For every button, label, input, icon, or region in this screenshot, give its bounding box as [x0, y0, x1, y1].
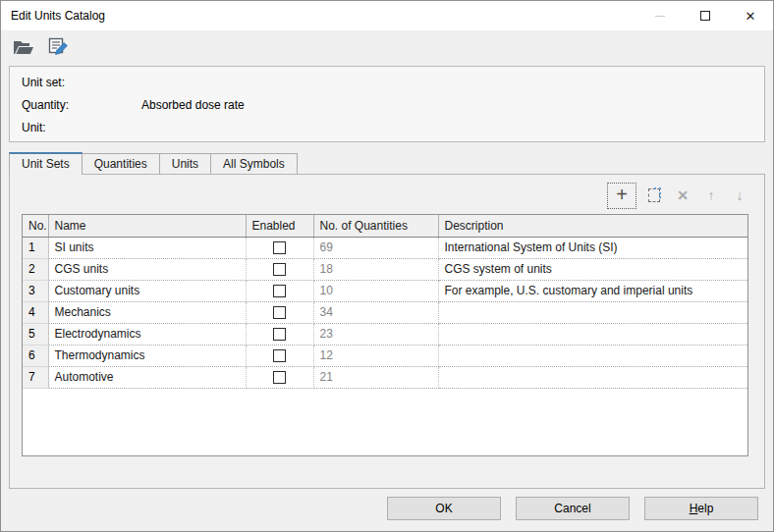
description-cell[interactable]: [438, 366, 747, 388]
tab-quantities[interactable]: Quantities: [82, 153, 160, 174]
unit-set-name-cell[interactable]: CGS units: [48, 258, 246, 280]
col-header-name: Name: [48, 215, 246, 237]
unit-set-label: Unit set:: [22, 76, 141, 89]
enabled-cell: [246, 345, 313, 366]
table-row[interactable]: 2CGS units18CGS system of units: [23, 258, 747, 280]
dialog-footer: OK Cancel Help: [387, 497, 758, 520]
enabled-cell: [246, 237, 313, 258]
row-number-cell[interactable]: 4: [23, 301, 48, 323]
quantities-count-cell[interactable]: 10: [313, 280, 438, 301]
description-cell[interactable]: [438, 345, 747, 366]
table-row[interactable]: 4Mechanics34: [23, 301, 747, 323]
description-cell[interactable]: International System of Units (SI): [438, 237, 747, 258]
edit-units-catalog-dialog: Edit Units Catalog ✕: [0, 0, 774, 532]
tab-units[interactable]: Units: [159, 153, 211, 174]
unit-set-name-cell[interactable]: Customary units: [48, 280, 246, 301]
info-row-quantity: Quantity: Absorbed dose rate: [22, 93, 752, 116]
col-header-enabled: Enabled: [246, 215, 313, 237]
ok-button[interactable]: OK: [387, 497, 501, 520]
selection-info-panel: Unit set: Quantity: Absorbed dose rate U…: [9, 66, 765, 142]
open-folder-icon: [13, 38, 34, 56]
description-cell[interactable]: [438, 323, 747, 345]
add-unit-set-button[interactable]: +: [607, 183, 636, 209]
quantities-count-cell[interactable]: 21: [313, 366, 438, 388]
enabled-cell: [246, 301, 313, 323]
enabled-checkbox[interactable]: [273, 349, 286, 362]
open-catalog-button[interactable]: [13, 36, 34, 56]
move-down-button[interactable]: ↓: [729, 184, 750, 207]
table-row[interactable]: 5Electrodynamics23: [23, 323, 747, 345]
info-row-unit: Unit:: [22, 116, 752, 138]
titlebar: Edit Units Catalog ✕: [1, 1, 773, 30]
enabled-cell: [246, 258, 313, 280]
delete-icon: ✕: [677, 188, 689, 202]
unit-set-name-cell[interactable]: SI units: [48, 237, 246, 258]
unit-sets-table-body: 1SI units69International System of Units…: [23, 237, 747, 388]
duplicate-unit-set-button[interactable]: [643, 184, 665, 207]
maximize-icon: [700, 11, 710, 21]
main-toolbar: [13, 36, 70, 56]
delete-unit-set-button[interactable]: ✕: [672, 184, 693, 207]
tab-all-symbols[interactable]: All Symbols: [210, 153, 298, 174]
enabled-checkbox[interactable]: [273, 328, 286, 341]
description-cell[interactable]: CGS system of units: [438, 258, 747, 280]
row-number-cell[interactable]: 7: [23, 366, 48, 388]
window-title: Edit Units Catalog: [1, 9, 105, 23]
enabled-checkbox[interactable]: [273, 371, 286, 384]
description-cell[interactable]: For example, U.S. customary and imperial…: [438, 280, 747, 301]
enabled-checkbox[interactable]: [273, 285, 286, 297]
tab-unit-sets[interactable]: Unit Sets: [9, 152, 83, 175]
enabled-cell: [246, 323, 313, 345]
enabled-checkbox[interactable]: [273, 241, 286, 254]
table-row[interactable]: 7Automotive21: [23, 366, 747, 388]
unit-set-name-cell[interactable]: Automotive: [48, 366, 246, 388]
unit-label: Unit:: [22, 121, 141, 134]
unit-set-name-cell[interactable]: Thermodynamics: [48, 345, 246, 366]
cancel-button-label: Cancel: [554, 502, 590, 515]
unit-set-name-cell[interactable]: Electrodynamics: [48, 323, 246, 345]
duplicate-icon: [648, 188, 660, 202]
description-cell[interactable]: [438, 301, 747, 323]
unit-sets-table: No. Name Enabled No. of Quantities Descr…: [22, 214, 748, 456]
move-down-icon: ↓: [737, 188, 744, 202]
cancel-button[interactable]: Cancel: [516, 497, 630, 520]
help-button[interactable]: Help: [644, 497, 758, 520]
quantities-count-cell[interactable]: 18: [313, 258, 438, 280]
unit-set-name-cell[interactable]: Mechanics: [48, 301, 246, 323]
add-icon: +: [616, 185, 628, 204]
maximize-button[interactable]: [683, 1, 728, 30]
enabled-cell: [246, 280, 313, 301]
edit-catalog-icon: [48, 37, 70, 56]
row-number-cell[interactable]: 2: [23, 258, 48, 280]
minimize-button: [637, 1, 683, 30]
quantities-count-cell[interactable]: 12: [313, 345, 438, 366]
unit-sets-tab-panel: + ✕ ↑ ↓: [9, 174, 765, 489]
row-number-cell[interactable]: 1: [23, 237, 48, 258]
quantities-count-cell[interactable]: 34: [313, 301, 438, 323]
table-toolbar: + ✕ ↑ ↓: [607, 181, 750, 210]
row-number-cell[interactable]: 5: [23, 323, 48, 345]
table-row[interactable]: 6Thermodynamics12: [23, 345, 747, 366]
edit-catalog-button[interactable]: [48, 36, 70, 56]
quantities-count-cell[interactable]: 23: [313, 323, 438, 345]
minimize-icon: [655, 16, 665, 17]
row-number-cell[interactable]: 3: [23, 280, 48, 301]
row-number-cell[interactable]: 6: [23, 345, 48, 366]
close-button[interactable]: ✕: [728, 1, 773, 30]
move-up-icon: ↑: [708, 188, 715, 202]
help-button-label: Help: [690, 502, 714, 515]
table-row[interactable]: 3Customary units10For example, U.S. cust…: [23, 280, 747, 301]
enabled-checkbox[interactable]: [273, 306, 286, 319]
info-row-unit-set: Unit set:: [22, 71, 752, 93]
table-row[interactable]: 1SI units69International System of Units…: [23, 237, 747, 258]
col-header-no: No.: [23, 215, 48, 237]
titlebar-controls: ✕: [637, 1, 773, 30]
quantity-label: Quantity:: [22, 98, 141, 112]
quantity-value: Absorbed dose rate: [141, 98, 245, 112]
enabled-checkbox[interactable]: [273, 263, 286, 276]
catalog-tabs: Unit Sets Quantities Units All Symbols: [9, 152, 297, 174]
ok-button-label: OK: [435, 502, 452, 515]
quantities-count-cell[interactable]: 69: [313, 237, 438, 258]
move-up-button[interactable]: ↑: [700, 184, 722, 207]
close-icon: ✕: [746, 10, 756, 23]
